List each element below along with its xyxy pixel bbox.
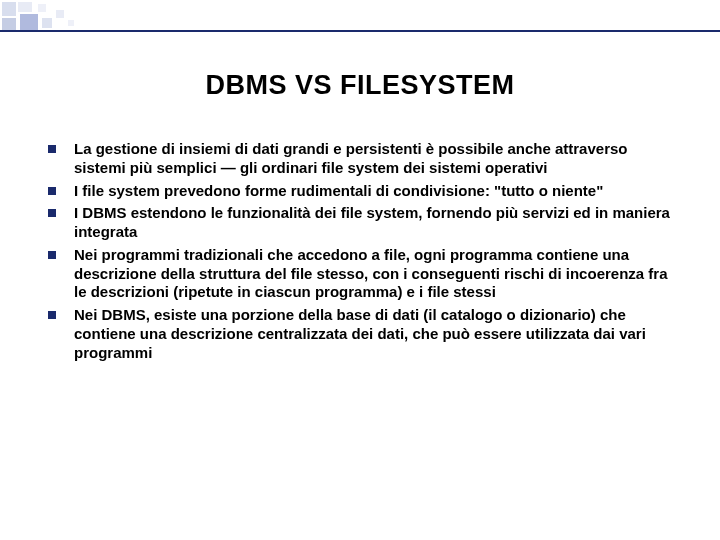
bullet-text: I file system prevedono forme rudimental…: [74, 182, 603, 201]
square-bullet-icon: [48, 187, 56, 195]
list-item: Nei DBMS, esiste una porzione della base…: [48, 306, 678, 362]
bullet-text: La gestione di insiemi di dati grandi e …: [74, 140, 678, 178]
list-item: I file system prevedono forme rudimental…: [48, 182, 678, 201]
bullet-text: Nei programmi tradizionali che accedono …: [74, 246, 678, 302]
square-bullet-icon: [48, 145, 56, 153]
header-decoration: [0, 0, 720, 50]
bullet-text: Nei DBMS, esiste una porzione della base…: [74, 306, 678, 362]
list-item: La gestione di insiemi di dati grandi e …: [48, 140, 678, 178]
list-item: I DBMS estendono le funzionalità dei fil…: [48, 204, 678, 242]
bullet-list: La gestione di insiemi di dati grandi e …: [48, 140, 678, 366]
square-bullet-icon: [48, 311, 56, 319]
list-item: Nei programmi tradizionali che accedono …: [48, 246, 678, 302]
bullet-text: I DBMS estendono le funzionalità dei fil…: [74, 204, 678, 242]
square-bullet-icon: [48, 209, 56, 217]
square-bullet-icon: [48, 251, 56, 259]
slide-title: DBMS VS FILESYSTEM: [0, 70, 720, 101]
